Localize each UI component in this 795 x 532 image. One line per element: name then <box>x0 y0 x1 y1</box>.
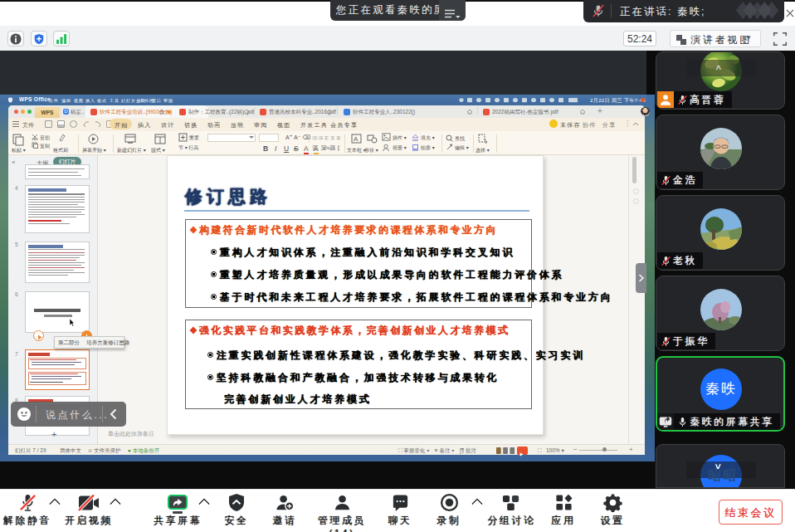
svg-text:A: A <box>354 135 358 143</box>
